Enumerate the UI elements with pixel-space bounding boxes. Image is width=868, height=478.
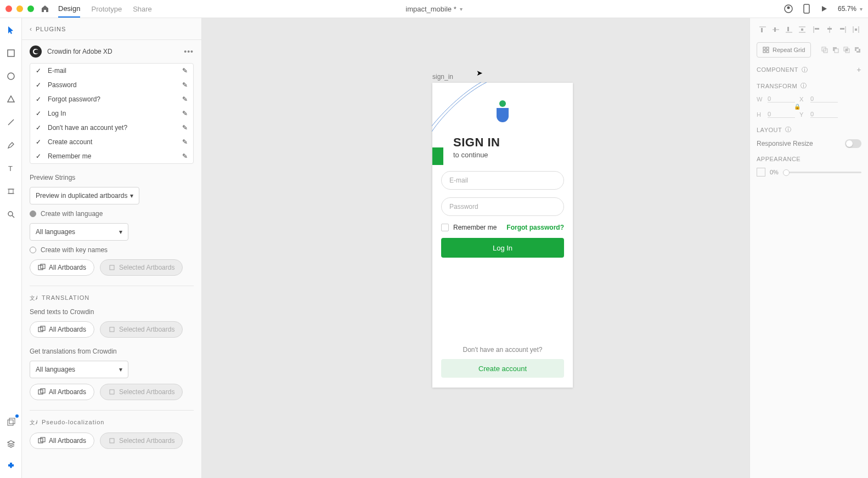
password-field[interactable]: Password [441,197,564,216]
appearance-section: APPEARANCE [757,156,861,162]
info-icon[interactable]: ⓘ [785,126,792,134]
section-title: Pseudo-localization [42,419,104,425]
boolean-add-icon[interactable] [821,46,828,54]
chevron-down-icon: ▾ [130,192,133,200]
pencil-icon[interactable]: ✎ [182,152,188,160]
plugins-header[interactable]: ‹ PLUGINS [22,18,201,40]
email-field[interactable]: E-mail [441,171,564,190]
boolean-subtract-icon[interactable] [832,46,839,54]
remember-checkbox[interactable] [441,224,449,231]
align-bottom-icon[interactable] [783,24,795,36]
tab-prototype[interactable]: Prototype [91,0,122,18]
app-logo-icon [492,99,514,121]
artboard-name[interactable]: sign_in [432,73,453,81]
get-language-select[interactable]: All languages ▾ [30,361,128,378]
document-title[interactable]: impact_mobile * ▾ [405,5,463,13]
string-label: Log In [48,110,177,117]
string-row[interactable]: ✓Don't have an account yet?✎ [30,121,193,135]
pencil-icon[interactable]: ✎ [182,124,188,132]
all-artboards-button[interactable]: All Artboards [30,433,94,449]
opacity-swatch-icon[interactable] [757,168,765,177]
select-tool[interactable] [4,24,18,37]
info-icon[interactable]: ⓘ [802,66,808,74]
language-select[interactable]: All languages ▾ [30,223,128,241]
pencil-icon[interactable]: ✎ [182,95,188,103]
tab-design[interactable]: Design [58,0,80,18]
align-controls [757,24,861,36]
pencil-icon[interactable]: ✎ [182,67,188,75]
add-component-icon[interactable]: + [856,65,861,74]
svg-rect-31 [774,27,776,32]
login-button[interactable]: Log In [441,238,564,258]
preview-mode-select[interactable]: Preview in duplicated artboards ▾ [30,187,139,204]
polygon-tool[interactable] [4,93,18,106]
x-input[interactable] [810,95,838,103]
section-title: COMPONENT [757,66,798,73]
plugins-icon[interactable] [4,459,18,473]
text-tool[interactable]: T [4,162,18,175]
distribute-h-icon[interactable] [850,24,862,36]
all-artboards-button[interactable]: All Artboards [30,321,94,338]
align-top-icon[interactable] [757,24,769,36]
repeat-grid-button[interactable]: Repeat Grid [757,42,811,58]
string-row[interactable]: ✓Log In✎ [30,106,193,121]
string-row[interactable]: ✓Remember me✎ [30,149,193,163]
pen-tool[interactable] [4,139,18,152]
info-icon[interactable]: ⓘ [801,82,807,90]
boolean-exclude-icon[interactable] [854,46,861,54]
responsive-toggle[interactable] [845,139,861,148]
ellipse-tool[interactable] [4,70,18,83]
y-input[interactable] [810,111,838,118]
assets-icon[interactable] [4,416,18,429]
lock-aspect-icon[interactable]: 🔒 [757,104,838,110]
opacity-slider[interactable] [783,172,861,173]
boolean-intersect-icon[interactable] [843,46,850,54]
plugin-menu-icon[interactable]: ••• [184,47,194,56]
height-input[interactable] [768,111,795,118]
create-with-key-names-radio[interactable]: Create with key names [30,246,194,254]
all-artboards-button[interactable]: All Artboards [30,259,94,276]
play-icon[interactable] [820,5,828,13]
close-window-icon[interactable] [5,5,12,12]
mobile-preview-icon[interactable] [803,4,810,14]
zoom-tool[interactable] [4,208,18,221]
pencil-icon[interactable]: ✎ [182,81,188,89]
create-account-button[interactable]: Create account [441,359,564,378]
svg-rect-33 [787,27,789,31]
rectangle-tool[interactable] [4,47,18,60]
width-input[interactable] [768,95,795,103]
document-title-text: impact_mobile * [405,5,456,13]
forgot-password-link[interactable]: Forgot password? [506,224,564,231]
distribute-v-icon[interactable] [796,24,808,36]
pencil-icon[interactable]: ✎ [182,138,188,146]
align-right-icon[interactable] [837,24,849,36]
line-tool[interactable] [4,116,18,129]
zoom-level[interactable]: 65.7% ▾ [838,5,863,13]
align-left-icon[interactable] [810,24,822,36]
string-row[interactable]: ✓Password✎ [30,78,193,92]
user-icon[interactable] [784,4,793,13]
artboard-tool[interactable] [4,185,18,198]
layers-icon[interactable] [4,437,18,451]
string-row[interactable]: ✓E-mail✎ [30,64,193,78]
svg-point-4 [8,73,14,79]
canvas[interactable]: ➤ sign_in SIGN IN to continue E-mail Pas… [202,18,749,478]
maximize-window-icon[interactable] [27,5,34,12]
pencil-icon[interactable]: ✎ [182,110,188,117]
create-with-language-radio[interactable]: Create with language [30,210,194,218]
all-artboards-button[interactable]: All Artboards [30,384,94,400]
artboard-sign-in[interactable]: SIGN IN to continue E-mail Password Reme… [432,83,573,388]
align-hcenter-icon[interactable] [824,24,836,36]
svg-rect-56 [846,49,848,51]
string-row[interactable]: ✓Create account✎ [30,135,193,149]
mode-tabs: Design Prototype Share [58,0,152,18]
translate-icon: 文A [30,294,37,301]
back-icon[interactable]: ‹ [30,25,32,33]
home-icon[interactable] [41,4,49,13]
align-vcenter-icon[interactable] [770,24,782,36]
string-row[interactable]: ✓Forgot password?✎ [30,92,193,106]
minimize-window-icon[interactable] [16,5,23,12]
svg-rect-13 [9,418,15,424]
tab-share[interactable]: Share [133,0,152,18]
button-label: Selected Artboards [119,326,174,333]
